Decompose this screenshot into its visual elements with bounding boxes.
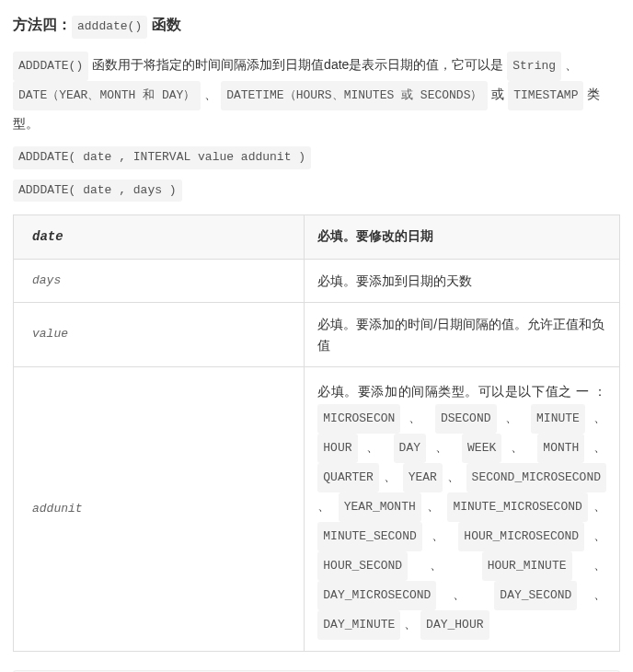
- unit-code: MONTH: [537, 434, 584, 463]
- unit-code: WEEK: [462, 434, 501, 463]
- desc-sep1: 、: [561, 57, 578, 72]
- sep: 、: [400, 410, 435, 424]
- unit-code: DAY_MINUTE: [317, 610, 400, 640]
- sep: 、: [379, 469, 403, 483]
- desc-days: 必填。要添加到日期的天数: [305, 259, 620, 302]
- unit-code: MINUTE_SECOND: [317, 522, 421, 551]
- section-title: 方法四：adddate() 函数: [13, 13, 620, 39]
- desc-addunit: 必填。要添加的间隔类型。可以是以下值之 一 ： MICROSECON 、 DSE…: [305, 366, 620, 651]
- sep: 、: [358, 439, 394, 454]
- param-addunit: addunit: [14, 366, 305, 651]
- title-suffix: 函数: [147, 17, 180, 32]
- syntax-1: ADDDATE( date , INTERVAL value addunit ): [13, 145, 620, 169]
- sep: 、: [572, 557, 606, 572]
- table-row: value 必填。要添加的时间/日期间隔的值。允许正值和负值: [14, 303, 620, 367]
- desc-sep2: 、: [201, 87, 221, 101]
- addunit-pre: 必填。要添加的间隔类型。可以是以下值之 一 ：: [317, 384, 606, 399]
- unit-code: YEAR: [403, 463, 443, 492]
- desc-code-1: ADDDATE(): [13, 52, 88, 81]
- desc-code-4: DATETIME（HOURS、MINUTES 或 SECONDS）: [221, 81, 488, 110]
- unit-code: DAY: [394, 434, 426, 463]
- sep: 、: [577, 586, 606, 601]
- syntax-code-2: ADDDATE( date , days ): [13, 180, 182, 203]
- unit-code: DAY_HOUR: [420, 610, 489, 640]
- title-code: adddate(): [72, 16, 147, 39]
- sep: 、: [501, 439, 537, 454]
- sep: 、: [497, 410, 532, 424]
- desc-sep3: 或: [488, 87, 508, 101]
- th-desc: 必填。要修改的日期: [305, 215, 620, 259]
- sep: 、: [421, 498, 448, 513]
- sep: 、: [422, 527, 459, 542]
- sep: 、: [436, 586, 494, 601]
- unit-code: MINUTE: [531, 404, 585, 434]
- sep: 、: [443, 469, 466, 483]
- unit-code: MICROSECON: [317, 404, 400, 434]
- desc-code-2: String: [507, 52, 561, 81]
- th-param: date: [14, 215, 305, 259]
- desc-pre: 函数用于将指定的时间间隔添加到日期值date是表示日期的值，它可以是: [88, 57, 507, 72]
- params-table: date 必填。要修改的日期 days 必填。要添加到日期的天数 value 必…: [13, 214, 620, 652]
- unit-code: SECOND_MICROSECOND: [466, 463, 606, 492]
- sep: 、: [408, 557, 482, 572]
- unit-code: HOUR_MICROSECOND: [458, 522, 584, 551]
- sep: 、: [317, 498, 338, 513]
- desc-code-3: DATE（YEAR、MONTH 和 DAY）: [13, 81, 201, 110]
- syntax-2: ADDDATE( date , days ): [13, 179, 620, 203]
- table-row: addunit 必填。要添加的间隔类型。可以是以下值之 一 ： MICROSEC…: [14, 366, 620, 651]
- param-value: value: [14, 303, 305, 367]
- unit-code: YEAR_MONTH: [339, 492, 421, 522]
- sep: 、: [426, 439, 462, 454]
- syntax-code-1: ADDDATE( date , INTERVAL value addunit ): [13, 146, 311, 169]
- unit-code: DSECOND: [435, 404, 497, 434]
- description: ADDDATE() 函数用于将指定的时间间隔添加到日期值date是表示日期的值，…: [13, 52, 620, 136]
- sep: 、: [400, 616, 420, 631]
- sep: 、: [588, 498, 606, 513]
- unit-code: DAY_MICROSECOND: [317, 581, 436, 610]
- table-header-row: date 必填。要修改的日期: [14, 215, 620, 259]
- sep: 、: [585, 410, 606, 424]
- desc-value: 必填。要添加的时间/日期间隔的值。允许正值和负值: [305, 303, 620, 367]
- title-prefix: 方法四：: [13, 17, 72, 32]
- sep: 、: [584, 527, 606, 542]
- unit-code: HOUR_SECOND: [317, 551, 408, 581]
- unit-code: QUARTER: [317, 463, 379, 492]
- desc-code-5: TIMESTAMP: [508, 81, 583, 110]
- unit-code: DAY_SECOND: [494, 581, 577, 610]
- table-row: days 必填。要添加到日期的天数: [14, 259, 620, 302]
- unit-code: HOUR: [317, 434, 357, 463]
- unit-code: MINUTE_MICROSECOND: [447, 492, 587, 522]
- param-days: days: [14, 259, 305, 302]
- unit-code: HOUR_MINUTE: [482, 551, 572, 581]
- sep: 、: [584, 439, 606, 454]
